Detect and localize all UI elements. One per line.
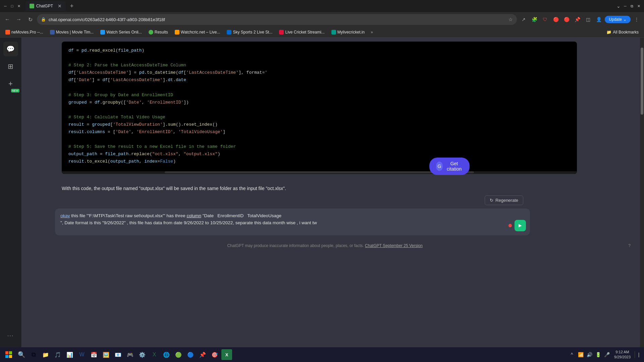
maximize-button[interactable]: □: [9, 3, 15, 9]
bookmark-3[interactable]: Watch Series Onli...: [98, 29, 145, 35]
tab-close-icon[interactable]: ✕: [58, 3, 62, 9]
taskbar-email[interactable]: 📧: [113, 349, 123, 360]
bookmark-1[interactable]: neMovies.Pro --...: [3, 29, 46, 35]
title-bar: ─ □ ✕ ChatGPT ✕ + ⌄ ─ ⧉ ✕: [0, 0, 644, 12]
taskbar-settings[interactable]: ⚙️: [137, 349, 148, 360]
bookmark-2[interactable]: Movies | Movie Tim...: [47, 29, 96, 35]
update-button[interactable]: Update ⌄: [605, 16, 631, 23]
new-badge: NEW: [11, 89, 19, 93]
taskbar-word[interactable]: W: [76, 349, 87, 360]
bm-label-7: Live Cricket Streami...: [285, 30, 324, 35]
bookmark-4[interactable]: Results: [146, 29, 171, 35]
bm-label-3: Watch Series Onli...: [106, 30, 142, 35]
system-clock[interactable]: 9:12 AM 9/29/2023: [612, 349, 633, 361]
browser-tab-chatgpt[interactable]: ChatGPT ✕: [25, 1, 66, 11]
battery-icon[interactable]: 🔋: [595, 351, 601, 358]
taskbar-music[interactable]: 🎵: [52, 349, 63, 360]
bookmark-8[interactable]: Mylivecricket.in: [329, 29, 367, 35]
taskbar-chrome[interactable]: 🌐: [161, 349, 172, 360]
new-tab-button[interactable]: +: [67, 1, 76, 11]
sidebar-item-more[interactable]: ···: [3, 328, 18, 343]
regenerate-area: ↻ Regenerate: [21, 195, 644, 205]
scrollbar-track[interactable]: [640, 38, 644, 347]
taskbar-chrome2[interactable]: 🟢: [173, 349, 184, 360]
mcafee-icon[interactable]: 🔴: [562, 15, 571, 24]
sidebar-item-new[interactable]: + NEW: [3, 76, 18, 91]
bookmarks-more[interactable]: »: [369, 29, 375, 35]
disclaimer-text: ChatGPT may produce inaccurate informati…: [227, 243, 364, 248]
new-icon: +: [8, 79, 13, 88]
adblock-icon[interactable]: 🛡: [540, 15, 550, 24]
update-label: Update: [609, 17, 622, 22]
back-button[interactable]: ←: [3, 15, 12, 24]
bm-label-4: Results: [155, 30, 168, 35]
all-bookmarks[interactable]: 📁 All Bookmarks: [604, 29, 641, 35]
help-icon[interactable]: ?: [628, 243, 631, 248]
mic-icon[interactable]: 🎤: [603, 351, 610, 358]
taskbar-excel2[interactable]: X: [221, 349, 232, 360]
share-icon[interactable]: ↗: [519, 15, 528, 24]
tab-favicon: [30, 4, 34, 8]
regenerate-button[interactable]: ↻ Regenerate: [485, 195, 523, 205]
start-button[interactable]: [3, 349, 15, 361]
windows-logo-icon: [5, 351, 12, 358]
close-button[interactable]: ✕: [16, 3, 21, 9]
taskbar-data[interactable]: 📊: [64, 349, 75, 360]
bookmark-7[interactable]: Live Cricket Streami...: [276, 29, 327, 35]
show-desktop-btn[interactable]: |: [635, 351, 641, 358]
minimize-button[interactable]: ─: [3, 3, 8, 9]
scrollbar-thumb[interactable]: [641, 48, 643, 115]
input-box[interactable]: okay this file '"F:\MTP\Task\Test raw se…: [55, 208, 530, 235]
taskbar-files[interactable]: 📁: [40, 349, 51, 360]
disclaimer-link[interactable]: ChatGPT September 25 Version: [365, 243, 423, 248]
window-controls: ─ □ ✕: [3, 3, 21, 9]
taskbar-app1[interactable]: 🔵: [185, 349, 196, 360]
sidebar-item-chat[interactable]: 💬: [3, 42, 18, 56]
refresh-button[interactable]: ↻: [25, 15, 35, 24]
send-button[interactable]: ►: [515, 220, 526, 231]
bookmark-star-icon[interactable]: ☆: [508, 17, 513, 22]
get-citation-button[interactable]: G Get citation: [429, 158, 470, 175]
clock-date: 9/29/2023: [614, 355, 631, 360]
taskbar-app2[interactable]: 📌: [197, 349, 208, 360]
extensions-icon[interactable]: 🧩: [530, 15, 539, 24]
input-text-part3: ", Date format is this "9/26/2022" , thi…: [60, 220, 317, 225]
svg-rect-3: [9, 355, 12, 358]
sound-icon[interactable]: 🔊: [586, 351, 593, 358]
taskbar-calendar[interactable]: 📅: [89, 349, 99, 360]
bm-label-8: Mylivecricket.in: [337, 30, 365, 35]
taskbar-search[interactable]: 🔍: [16, 349, 27, 360]
bookmark-6[interactable]: Sky Sports 2 Live St...: [224, 29, 275, 35]
taskbar-images[interactable]: 🖼️: [101, 349, 111, 360]
forward-button[interactable]: →: [14, 15, 23, 24]
window-restore-icon[interactable]: ⧉: [629, 3, 635, 9]
input-area: okay this file '"F:\MTP\Task\Test raw se…: [21, 208, 644, 241]
bm-favicon-3: [100, 30, 105, 35]
taskbar-taskview[interactable]: ⧉: [28, 349, 39, 360]
taskbar-excel[interactable]: X: [149, 349, 160, 360]
bookmark-5[interactable]: Watchcric.net – Live...: [172, 29, 223, 35]
taskbar-game[interactable]: 🎮: [125, 349, 136, 360]
input-content: okay this file '"F:\MTP\Task\Test raw se…: [60, 213, 513, 227]
bookmarks-bar: neMovies.Pro --... Movies | Movie Tim...…: [0, 27, 644, 38]
chevron-down-icon[interactable]: ⌄: [616, 3, 621, 9]
nav-bar: ← → ↻ 🔒 chat.openai.com/c/0263a622-b460-…: [0, 12, 644, 27]
window-minimize-icon[interactable]: ─: [623, 3, 628, 9]
address-bar[interactable]: 🔒 chat.openai.com/c/0263a622-b460-43f7-a…: [37, 14, 517, 25]
network-icon[interactable]: 📶: [577, 351, 584, 358]
profile-icon[interactable]: 👤: [594, 15, 603, 24]
recording-indicator: [508, 224, 512, 227]
taskbar-app3[interactable]: 🎯: [209, 349, 220, 360]
window-close-icon[interactable]: ✕: [636, 3, 641, 9]
adblock2-icon[interactable]: 🔴: [551, 15, 560, 24]
more-icon: ···: [7, 333, 14, 339]
menu-icon[interactable]: ⋮: [632, 15, 641, 24]
chevron-up-icon[interactable]: ^: [569, 351, 575, 358]
sidebar-toggle-icon[interactable]: ◫: [583, 15, 593, 24]
bm-favicon-1: [5, 30, 10, 35]
bm-favicon-8: [331, 30, 336, 35]
pin-icon[interactable]: 📌: [573, 15, 582, 24]
input-text-part1: this file '"F:\MTP\Task\Test raw set\out…: [70, 213, 187, 218]
chat-icon: 💬: [6, 45, 15, 53]
sidebar-item-explore[interactable]: ⊞: [3, 59, 18, 74]
